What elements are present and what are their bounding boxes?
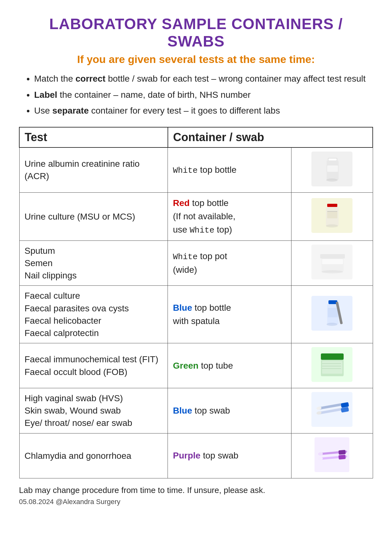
svg-rect-15 (322, 259, 343, 264)
test-name: SputumSemenNail clippings (25, 246, 77, 280)
col-header-container: Container / swab (168, 127, 373, 147)
bullet-item-2: Label the container – name, date of birt… (34, 89, 373, 102)
footnote: Lab may change procedure from time to ti… (19, 485, 373, 495)
table-row: High vaginal swab (HVS)Skin swab, Wound … (19, 388, 373, 433)
table-row: Urine albumin creatinine ratio (ACR) Whi… (19, 147, 373, 193)
container-name: Green top tube (173, 361, 233, 371)
sample-containers-table: Test Container / swab Urine albumin crea… (19, 127, 373, 478)
table-row: Chlamydia and gonorrhoea Purple top swab (19, 433, 373, 478)
page-title: LABORATORY SAMPLE CONTAINERS / SWABS (19, 15, 373, 50)
container-image-blue-swab (311, 392, 352, 427)
test-name: Chlamydia and gonorrhoea (25, 451, 132, 461)
table-row: SputumSemenNail clippings White top pot(… (19, 240, 373, 286)
bullet-item-1: Match the correct bottle / swab for each… (34, 72, 373, 85)
test-name: Urine culture (MSU or MCS) (25, 212, 135, 221)
container-image-red-bottle (311, 198, 352, 233)
datestamp: 05.08.2024 @Alexandra Surgery (19, 498, 373, 506)
subtitle: If you are given several tests at the sa… (19, 53, 373, 65)
test-name: Faecal cultureFaecal parasites ova cysts… (25, 291, 129, 338)
svg-rect-42 (339, 455, 346, 459)
svg-rect-13 (320, 254, 345, 259)
container-name: Red top bottle (If not available, use Wh… (173, 198, 236, 234)
svg-point-22 (327, 323, 337, 326)
bullet-item-3: Use separate container for every test – … (34, 104, 373, 117)
svg-rect-4 (327, 165, 338, 172)
container-name: White top pot(wide) (173, 251, 227, 275)
svg-rect-25 (321, 353, 344, 360)
container-name: Blue top bottlewith spatula (173, 303, 231, 326)
container-name: Purple top swab (173, 451, 238, 460)
test-name: Faecal immunochemical test (FIT)Faecal o… (25, 354, 158, 377)
svg-rect-20 (328, 308, 338, 317)
container-image-purple-swab (311, 437, 352, 472)
table-row: Faecal cultureFaecal parasites ova cysts… (19, 286, 373, 343)
svg-rect-9 (327, 211, 337, 218)
container-image-white-pot (311, 245, 352, 279)
svg-rect-26 (322, 361, 342, 374)
instructions-list: Match the correct bottle / swab for each… (19, 72, 373, 117)
table-row: Faecal immunochemical test (FIT)Faecal o… (19, 343, 373, 388)
col-header-test: Test (19, 127, 168, 147)
container-name: Blue top swab (173, 406, 230, 415)
test-name: High vaginal swab (HVS)Skin swab, Wound … (25, 393, 132, 428)
container-image-white-bottle (311, 152, 352, 186)
container-image-green-tube (311, 347, 352, 382)
svg-rect-3 (328, 159, 337, 160)
svg-rect-39 (339, 450, 346, 454)
svg-point-16 (322, 270, 343, 273)
container-image-blue-bottle (311, 296, 352, 331)
svg-point-5 (326, 178, 338, 182)
svg-point-11 (326, 224, 338, 228)
svg-rect-7 (327, 204, 337, 207)
table-row: Urine culture (MSU or MCS) Red top bottl… (19, 192, 373, 240)
test-name: Urine albumin creatinine ratio (ACR) (25, 159, 140, 181)
container-name: White top bottle (173, 165, 236, 175)
